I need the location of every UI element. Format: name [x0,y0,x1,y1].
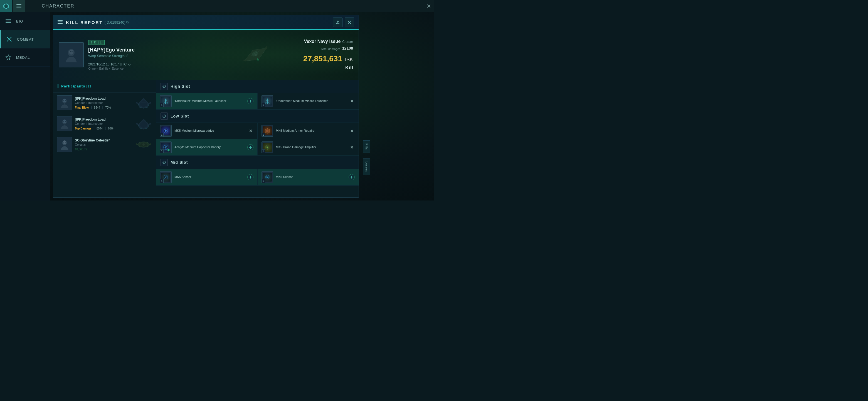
participant-avatar [57,95,72,110]
low-slot-header: Low Slot [156,110,359,123]
fitting-badge: 1 [160,179,163,183]
stat-damage: 8544 [94,106,100,109]
fitting-remove-button[interactable] [349,128,355,134]
svg-marker-67 [265,102,267,104]
fittings-panel: High Slot [156,80,359,197]
losses-tab[interactable]: Losses [363,159,370,175]
victim-details: 1 Kill [HAPY]Ego Venture Warp Scramble S… [88,39,135,70]
fitting-item[interactable]: 1 MK5 Medium Armor Repairer [258,123,359,139]
participant-item[interactable]: [IPK]Freedom Load Condor II Interceptor … [53,92,156,113]
participants-panel: Participants [11] [53,80,156,197]
participant-details: SC-Storyline Celestis⁶ Celestis 18,565.7… [75,138,135,151]
participant-ship-image [135,138,152,151]
svg-rect-3 [17,6,22,6]
fitting-add-button[interactable] [247,174,253,180]
fitting-item[interactable]: 1 MK5 Sensor [156,169,258,185]
participant-ship: Condor II Interceptor [75,101,135,105]
sidebar-bio-label: Bio [16,19,23,23]
fitting-name: 'Undertaker' Medium Missile Launcher [276,99,349,103]
low-slot-section: Low Slot [156,110,359,156]
main-content: KILL REPORT [ID:6199240] ⧉ [50,12,434,200]
fitting-remove-button[interactable] [248,128,253,134]
kill-result: Kill [303,65,353,71]
svg-rect-4 [17,7,22,8]
kill-date: 2021/10/12 13:16:17 UTC -5 [88,62,135,66]
svg-rect-11 [58,20,63,21]
sidebar-item-combat[interactable]: Combat [0,30,50,49]
export-button[interactable] [333,18,342,27]
participant-item[interactable]: [IPK]Freedom Load Condor II Interceptor … [53,113,156,134]
fitting-icon: 1 [261,171,273,183]
stat-label: Final Blow [75,106,89,109]
svg-marker-63 [166,102,168,104]
kill-location: Onne < Balrille < Essence [88,67,135,70]
fitting-name: MK5 Sensor [276,175,349,179]
fitting-item[interactable]: 1 MK5 Drone Damage Amplifier [258,139,359,156]
fitting-name: MK5 Medium Microwarpdrive [175,128,248,133]
fitting-item[interactable]: 1 'Undertaker' Medium Missile Launcher [156,93,258,109]
svg-point-109 [267,176,268,178]
participant-item[interactable]: SC-Storyline Celestis⁶ Celestis 18,565.7… [53,134,156,155]
victim-attribute: Warp Scramble Strength: 8 [88,54,135,58]
report-body: Participants [11] [53,80,359,197]
app-close-button[interactable]: ✕ [427,3,431,9]
svg-marker-68 [268,102,270,104]
mid-slot-title: Mid Slot [170,160,188,165]
stat-pct: 70% [105,106,111,109]
low-slot-row-1: 1 MK5 Medium Microwarpdrive [156,123,359,139]
stat-damage: 8544 [96,127,103,130]
medal-icon [4,54,12,61]
fitting-item[interactable]: 1 'Undertaker' Medium Missile Launcher [258,93,359,109]
app-icon[interactable] [0,0,12,12]
close-report-button[interactable] [345,18,354,27]
svg-marker-45 [136,122,138,125]
ship-silhouette [230,35,281,74]
sidebar-item-medal[interactable]: Medal [0,49,50,66]
mid-slot-section: Mid Slot [156,156,359,186]
kills-tab[interactable]: Kills [363,140,370,153]
damage-value: 12108 [342,46,353,50]
fitting-item[interactable]: 1 Acolyte Medium Capacitor Battery [156,139,258,156]
participant-ship: Condor II Interceptor [75,122,135,125]
svg-marker-46 [149,122,151,125]
sidebar-item-bio[interactable]: Bio [0,12,50,30]
participant-avatar [57,137,72,152]
svg-marker-10 [6,55,11,60]
participants-header: Participants [11] [53,80,156,92]
stat-label: Top Damage [75,127,91,130]
svg-marker-1 [4,4,8,8]
ship-name: Vexor Navy Issue [304,39,341,44]
participant-avatar [57,116,72,131]
high-slot-header: High Slot [156,80,359,93]
fitting-item[interactable]: 1 MK5 Medium Microwarpdrive [156,123,258,139]
svg-point-32 [65,100,66,101]
damage-label: Total damage: [321,47,340,51]
copy-icon[interactable]: ⧉ [126,20,129,24]
svg-rect-2 [17,4,22,5]
fitting-icon: 1 [261,141,273,153]
sidebar-combat-label: Combat [17,37,34,41]
participant-name: SC-Storyline Celestis⁶ [75,138,135,142]
high-slot-row: 1 'Undertaker' Medium Missile Launcher [156,93,359,109]
mid-slot-row: 1 MK5 Sensor [156,169,359,185]
fitting-badge: 1 [262,133,265,137]
menu-button[interactable] [13,0,25,12]
fitting-item[interactable]: 1 MK5 Sensor [258,169,359,185]
fitting-add-button[interactable] [247,144,253,150]
fitting-add-button[interactable] [247,98,253,104]
low-slot-row-2: 1 Acolyte Medium Capacitor Battery [156,139,359,156]
fitting-add-button[interactable] [349,174,355,180]
fitting-remove-button[interactable] [349,145,355,150]
svg-point-41 [65,121,66,122]
fitting-icon: 1 [160,141,172,153]
isk-value: 27,851,631 [303,54,342,63]
isk-label: ISK [345,57,353,63]
kill-report-title: KILL REPORT [66,20,103,25]
participant-name: [IPK]Freedom Load [75,117,135,121]
fitting-remove-button[interactable] [349,98,355,104]
svg-point-77 [165,130,167,132]
kill-badge: 1 Kill [88,40,104,45]
svg-marker-61 [165,98,167,104]
fitting-badge: 1 [262,103,265,107]
svg-point-87 [165,147,166,148]
